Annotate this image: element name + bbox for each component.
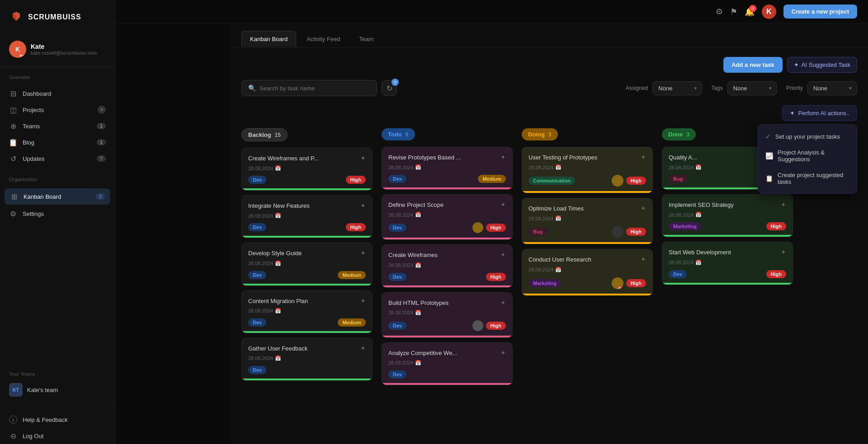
card-date: 28.08.2024 📅 [528, 164, 646, 170]
tag-dev: Dev [248, 366, 266, 374]
sparkle-icon[interactable]: ✦ [500, 154, 506, 161]
sparkle-icon[interactable]: ✦ [500, 201, 506, 208]
sparkle-icon[interactable]: ✦ [500, 299, 506, 306]
card-title: Build HTML Prototypes [388, 299, 500, 307]
task-card[interactable]: Revise Prototypes Based ... ✦ 28.08.2024… [382, 147, 513, 190]
sparkle-icon[interactable]: ✦ [360, 249, 366, 257]
sidebar: SCRUMBUISS K Pro Kate kate.russell@scrum… [0, 0, 115, 444]
task-card[interactable]: Build HTML Prototypes ✦ 28.08.2024 📅 Dev… [382, 292, 513, 338]
task-card[interactable]: Define Project Scope ✦ 28.08.2024 📅 Dev … [382, 194, 513, 240]
tags-select-wrapper: None ▼ [727, 81, 777, 95]
task-card[interactable]: Conduct User Research ✦ 28.08.2024 📅 Mar… [522, 249, 653, 295]
date-text: 28.08.2024 [528, 165, 553, 170]
task-card[interactable]: Implement SEO Strategy ✦ 28.08.2024 📅 Ma… [662, 194, 793, 237]
sparkle-icon[interactable]: ✦ [360, 297, 366, 304]
task-card[interactable]: Start Web Development ✦ 28.08.2024 📅 Dev… [662, 242, 793, 285]
tab-kanban[interactable]: Kanban Board [241, 31, 296, 47]
sparkle-icon[interactable]: ✦ [641, 154, 646, 161]
sparkle-icon[interactable]: ✦ [360, 154, 366, 162]
calendar-icon: 📅 [275, 165, 281, 171]
sidebar-item-projects[interactable]: ◫ Projects + [0, 102, 115, 118]
sidebar-item-teams[interactable]: ⊕ Teams 1 [0, 118, 115, 134]
card-title: Start Web Development [669, 248, 781, 257]
task-card[interactable]: Create Wireframes and P... ✦ 28.08.2024 … [241, 148, 373, 191]
tag-dev: Dev [248, 271, 266, 279]
assigned-select[interactable]: None [652, 81, 702, 95]
sidebar-item-updates[interactable]: ↺ Updates 7 [0, 150, 115, 167]
meta-right: High [612, 175, 646, 187]
tag-dev: Dev [388, 175, 406, 183]
suggested-icon: 📋 [765, 175, 773, 182]
blog-badge: 1 [97, 139, 106, 145]
task-card[interactable]: Optimize Load Times ✦ 28.08.2024 📅 Bug H… [522, 198, 653, 244]
search-container: 🔍 [241, 80, 377, 96]
tag-marketing: Marketing [528, 279, 561, 287]
tag-bug: Bug [528, 228, 547, 236]
card-meta: Dev Medium [388, 175, 506, 183]
add-project-btn[interactable]: + [98, 106, 106, 114]
col-badge-doing: Doing 3 [522, 128, 558, 140]
backlog-count: 15 [275, 132, 281, 138]
ai-suggested-btn[interactable]: ✦ AI Suggested Task [787, 57, 857, 73]
sidebar-item-help[interactable]: i Help & Feedback [0, 411, 115, 428]
card-title: Develop Style Guide [248, 249, 360, 257]
sidebar-item-blog[interactable]: 📋 Blog 1 [0, 134, 115, 150]
team-name: Kate's team [27, 387, 106, 393]
ai-star-icon: ✦ [794, 61, 799, 68]
task-card[interactable]: Create Wireframes ✦ 28.08.2024 📅 Dev Hig… [382, 244, 513, 287]
profile-section: K Pro Kate kate.russell@scrumbuiss.com [0, 34, 115, 67]
priority-high: High [486, 224, 506, 232]
tag-bug: Bug [669, 175, 687, 183]
sidebar-item-logout[interactable]: ⊖ Log Out [0, 428, 115, 444]
sidebar-item-kanban[interactable]: ⊞ Kanban Board 2 [5, 188, 110, 205]
task-card[interactable]: Develop Style Guide ✦ 28.08.2024 📅 Dev M… [241, 243, 373, 285]
sparkle-icon[interactable]: ✦ [360, 345, 366, 352]
sparkle-icon[interactable]: ✦ [781, 248, 786, 256]
ai-dropdown-setup[interactable]: ✓ Set up your project tasks [758, 128, 857, 145]
date-text: 28.08.2024 [248, 261, 273, 266]
sparkle-icon[interactable]: ✦ [781, 201, 786, 208]
org-nav: ⊞ Kanban Board 2 ⚙ Settings [0, 185, 115, 224]
date-text: 28.08.2024 [669, 260, 693, 265]
task-card[interactable]: Analyze Competitive We... ✦ 28.08.2024 📅… [382, 342, 513, 385]
priority-high: High [486, 322, 506, 330]
task-card[interactable]: Integrate New Features ✦ 28.08.2024 📅 De… [241, 195, 373, 238]
calendar-icon: 📅 [555, 164, 561, 170]
search-input[interactable] [259, 85, 370, 92]
date-text: 28.08.2024 [248, 308, 273, 313]
team-kates[interactable]: KT Kate's team [0, 379, 115, 400]
task-card[interactable]: Gather User Feedback ✦ 28.08.2024 📅 Dev [241, 338, 373, 381]
priority-high: High [626, 228, 646, 236]
sparkle-icon[interactable]: ✦ [500, 349, 506, 356]
tags-select[interactable]: None [727, 81, 777, 95]
tags-label: Tags [711, 85, 722, 91]
ai-dropdown-suggested[interactable]: 📋 Create project suggested tasks [758, 167, 857, 190]
dashboard-label: Dashboard [23, 90, 106, 97]
tab-activity[interactable]: Activity Feed [298, 31, 349, 47]
sparkle-icon[interactable]: ✦ [500, 251, 506, 258]
priority-select[interactable]: None [807, 81, 857, 95]
priority-high: High [626, 177, 646, 185]
task-card[interactable]: User Testing of Prototypes ✦ 28.08.2024 … [522, 147, 653, 193]
priority-high: High [766, 270, 786, 278]
ai-dropdown-analysis[interactable]: 📈 Project Analysis & Suggestions [758, 145, 857, 167]
sparkle-icon[interactable]: ✦ [360, 202, 366, 209]
task-card[interactable]: Content Migration Plan ✦ 28.08.2024 📅 De… [241, 290, 373, 333]
settings-label: Settings [23, 210, 106, 217]
add-task-btn[interactable]: Add a new task [723, 57, 783, 73]
todo-count: 5 [406, 131, 409, 138]
priority-high: High [626, 279, 646, 287]
ai-actions-btn[interactable]: ✦ Perform AI actions.. [782, 105, 857, 121]
priority-filter: Priority None ▼ [786, 81, 857, 95]
sidebar-item-dashboard[interactable]: ⊟ Dashboard [0, 85, 115, 102]
tab-team[interactable]: Team [351, 31, 382, 47]
projects-icon: ◫ [9, 106, 17, 114]
calendar-icon: 📅 [555, 267, 561, 273]
col-badge-todo: Todo 5 [382, 128, 415, 140]
sparkle-icon[interactable]: ✦ [641, 205, 646, 212]
refresh-btn[interactable]: ↻ 0 [382, 80, 397, 96]
priority-label: Priority [786, 85, 803, 91]
sparkle-icon[interactable]: ✦ [641, 256, 646, 263]
sidebar-item-settings[interactable]: ⚙ Settings [0, 206, 115, 222]
card-meta: Dev High [388, 320, 506, 331]
